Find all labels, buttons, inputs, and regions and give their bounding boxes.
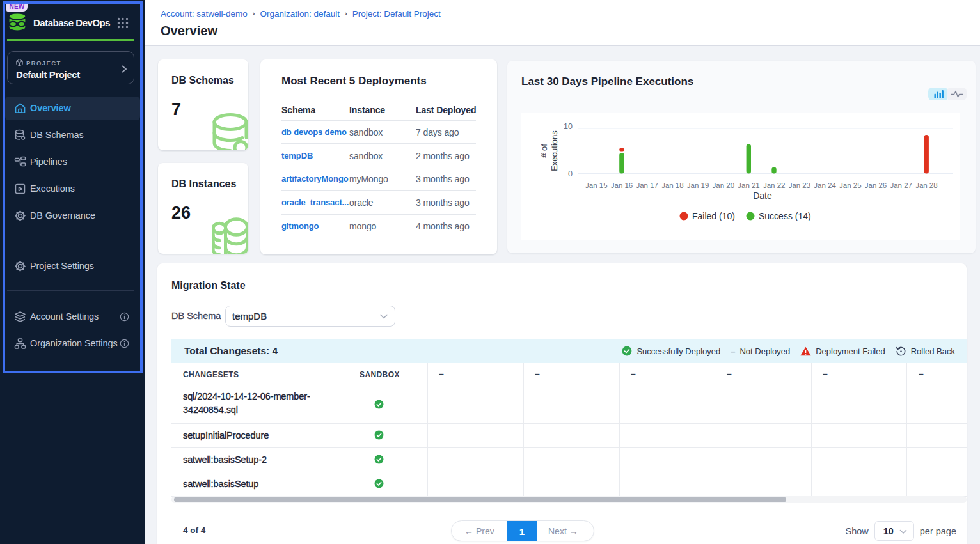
svg-text:Failed (10): Failed (10) — [692, 211, 735, 221]
svg-text:Jan 19: Jan 19 — [687, 182, 709, 189]
svg-text:Jan 21: Jan 21 — [738, 182, 760, 189]
svg-text:0: 0 — [568, 169, 573, 178]
svg-text:Jan 24: Jan 24 — [814, 182, 836, 189]
svg-text:Jan 27: Jan 27 — [890, 182, 912, 189]
svg-text:# of: # of — [539, 144, 549, 158]
svg-text:Date: Date — [753, 190, 772, 201]
svg-text:Jan 15: Jan 15 — [585, 182, 608, 189]
svg-text:Jan 20: Jan 20 — [713, 182, 735, 189]
svg-text:Jan 26: Jan 26 — [865, 182, 887, 189]
svg-text:Jan 17: Jan 17 — [636, 182, 658, 189]
svg-text:Executions: Executions — [549, 130, 559, 171]
svg-text:Jan 22: Jan 22 — [763, 182, 786, 189]
svg-text:Jan 23: Jan 23 — [789, 182, 811, 189]
svg-text:Jan 28: Jan 28 — [915, 182, 938, 189]
svg-text:Jan 18: Jan 18 — [661, 182, 684, 189]
svg-text:Success (14): Success (14) — [759, 211, 811, 221]
svg-text:10: 10 — [564, 122, 573, 131]
svg-text:Jan 25: Jan 25 — [839, 182, 862, 189]
svg-text:Jan 16: Jan 16 — [611, 182, 633, 189]
